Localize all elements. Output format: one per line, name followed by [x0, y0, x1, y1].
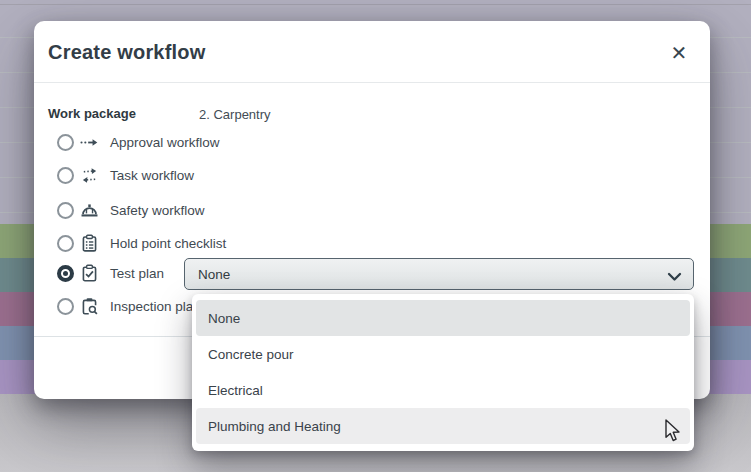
test-plan-icon	[80, 264, 99, 283]
radio-checked-icon[interactable]	[57, 265, 74, 282]
screen: Create workflow ✕ Work package 2. Carpen…	[0, 0, 751, 472]
approval-workflow-icon	[80, 133, 99, 152]
dropdown-option-electrical[interactable]: Electrical	[196, 372, 690, 408]
workflow-option-safety[interactable]: Safety workflow	[34, 195, 710, 227]
work-package-label: Work package	[48, 106, 136, 121]
workflow-option-label: Safety workflow	[110, 203, 205, 218]
workflow-option-label: Hold point checklist	[110, 236, 226, 251]
radio-unchecked-icon[interactable]	[57, 167, 74, 184]
background-row-divider	[0, 4, 751, 5]
dropdown-option-none[interactable]: None	[196, 300, 690, 336]
test-plan-dropdown-menu: None Concrete pour Electrical Plumbing a…	[192, 294, 694, 451]
workflow-option-approval[interactable]: Approval workflow	[34, 127, 710, 159]
radio-unchecked-icon[interactable]	[57, 235, 74, 252]
workflow-option-label: Task workflow	[110, 168, 194, 183]
chevron-down-icon	[667, 268, 682, 286]
inspection-plan-icon	[80, 297, 99, 316]
test-plan-select[interactable]: None	[184, 258, 694, 290]
hold-point-checklist-icon	[80, 234, 99, 253]
header-divider	[34, 82, 710, 83]
dropdown-option-concrete-pour[interactable]: Concrete pour	[196, 336, 690, 372]
work-package-value: 2. Carpentry	[199, 107, 271, 122]
dropdown-option-plumbing-and-heating[interactable]: Plumbing and Heating	[196, 408, 690, 444]
radio-unchecked-icon[interactable]	[57, 134, 74, 151]
workflow-option-label: Approval workflow	[110, 135, 220, 150]
radio-unchecked-icon[interactable]	[57, 298, 74, 315]
workflow-option-label: Inspection plan	[110, 299, 201, 314]
close-icon[interactable]: ✕	[663, 37, 695, 69]
radio-unchecked-icon[interactable]	[57, 202, 74, 219]
workflow-option-label: Test plan	[110, 266, 164, 281]
workflow-option-hold-point[interactable]: Hold point checklist	[34, 228, 710, 260]
dialog-title: Create workflow	[48, 41, 205, 64]
safety-workflow-icon	[80, 201, 99, 220]
workflow-option-task[interactable]: Task workflow	[34, 160, 710, 192]
task-workflow-icon	[80, 166, 99, 185]
test-plan-select-value: None	[198, 267, 230, 282]
